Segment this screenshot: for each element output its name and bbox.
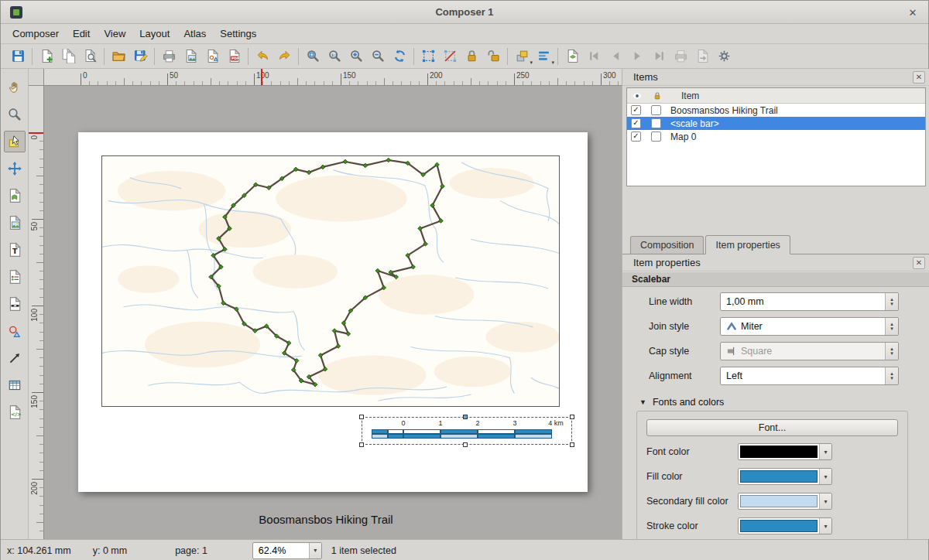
select-move-item-button[interactable] <box>4 131 26 152</box>
selection-handle[interactable] <box>570 442 574 447</box>
menu-settings[interactable]: Settings <box>213 26 263 42</box>
export-image-button[interactable] <box>180 46 201 67</box>
close-icon[interactable]: ✕ <box>913 71 925 84</box>
export-pdf-button[interactable]: PDF <box>223 46 245 67</box>
new-composition-button[interactable] <box>36 46 57 67</box>
save-template-button[interactable] <box>129 46 151 67</box>
font-color-button[interactable]: ▾ <box>738 443 832 460</box>
secondary-fill-color-button[interactable]: ▾ <box>738 493 832 510</box>
combo-arrows-icon[interactable]: ▴▾ <box>885 367 898 384</box>
add-map-button[interactable] <box>4 185 26 207</box>
export-svg-button[interactable] <box>201 46 223 67</box>
lock-items-button[interactable] <box>461 46 482 67</box>
menu-view[interactable]: View <box>97 26 132 42</box>
item-row[interactable]: ✓ Map 0 <box>627 130 925 143</box>
menu-edit[interactable]: Edit <box>66 26 97 42</box>
zoom-input[interactable] <box>253 545 309 556</box>
join-style-combo[interactable]: Miter ▴▾ <box>720 317 899 336</box>
load-template-button[interactable] <box>108 46 129 67</box>
selection-handle[interactable] <box>570 415 574 419</box>
ungroup-items-button[interactable] <box>439 46 461 67</box>
cap-style-combo[interactable]: Square ▴▾ <box>720 342 899 360</box>
composer-manager-button[interactable] <box>79 46 101 67</box>
undo-button[interactable] <box>252 46 273 67</box>
item-row[interactable]: ✓ Boosmansbos Hiking Trail <box>627 104 925 117</box>
atlas-first-button[interactable] <box>583 46 605 67</box>
atlas-settings-button[interactable] <box>713 46 735 67</box>
dropdown-arrow-icon[interactable]: ▾ <box>819 518 831 534</box>
alignment-combo[interactable]: Left ▴▾ <box>720 367 899 385</box>
atlas-last-button[interactable] <box>648 46 670 67</box>
page-title-label-item[interactable]: Boosmansbos Hiking Trail <box>210 513 442 526</box>
zoom-out-button[interactable] <box>367 46 389 67</box>
dropdown-arrow-icon[interactable]: ▾ <box>819 469 831 484</box>
item-row-selected[interactable]: ✓ <scale bar> <box>627 117 925 130</box>
zoom-in-button[interactable] <box>345 46 367 67</box>
fill-color-button[interactable]: ▾ <box>738 468 832 485</box>
window-close-icon[interactable]: ✕ <box>905 5 920 20</box>
dropdown-arrow-icon[interactable]: ▾ <box>819 493 831 509</box>
dropdown-arrow-icon[interactable]: ▾ <box>819 444 831 459</box>
add-shape-button[interactable] <box>4 320 26 342</box>
add-image-button[interactable] <box>4 212 26 234</box>
align-items-button[interactable]: ▾ <box>533 46 554 67</box>
fonts-colors-section-toggle[interactable]: ▼ Fonts and colors <box>639 397 929 408</box>
add-html-button[interactable]: </> <box>4 401 26 423</box>
group-items-button[interactable] <box>417 46 439 67</box>
zoom-combobox[interactable]: ▾ <box>252 542 322 559</box>
zoom-full-button[interactable] <box>302 46 324 67</box>
visibility-checkbox[interactable]: ✓ <box>631 131 641 142</box>
font-button[interactable]: Font... <box>646 419 898 436</box>
visibility-checkbox[interactable]: ✓ <box>631 105 641 115</box>
redo-button[interactable] <box>273 46 295 67</box>
selection-handle[interactable] <box>359 415 364 419</box>
line-width-spinbox[interactable]: 1,00 mm ▴▾ <box>720 292 899 311</box>
pan-tool-button[interactable] <box>4 77 26 98</box>
raise-items-button[interactable]: ▾ <box>511 46 533 67</box>
lock-checkbox[interactable] <box>651 118 661 128</box>
add-label-button[interactable]: T <box>4 239 26 261</box>
map-item[interactable] <box>101 155 560 407</box>
stroke-color-button[interactable]: ▾ <box>738 517 832 534</box>
title-bar[interactable]: Composer 1 ✕ <box>1 1 928 24</box>
selection-handle[interactable] <box>359 442 364 447</box>
zoom-actual-button[interactable]: 1:1 <box>324 46 345 67</box>
tab-item-properties[interactable]: Item properties <box>705 235 790 254</box>
selection-handle[interactable] <box>463 415 468 419</box>
tab-composition[interactable]: Composition <box>630 236 704 254</box>
duplicate-composition-button[interactable] <box>57 46 79 67</box>
menu-layout[interactable]: Layout <box>132 26 177 42</box>
atlas-preview-button[interactable] <box>561 46 583 67</box>
add-scalebar-button[interactable] <box>4 293 26 315</box>
atlas-previous-button[interactable] <box>605 46 626 67</box>
close-icon[interactable]: ✕ <box>913 257 925 269</box>
selection-handle[interactable] <box>463 442 468 447</box>
scalebar-item[interactable]: 0 1 2 3 4 km <box>362 417 572 445</box>
visibility-checkbox[interactable]: ✓ <box>631 118 641 128</box>
spinner-arrows-icon[interactable]: ▴▾ <box>885 293 898 310</box>
composer-canvas[interactable]: 0 1 2 3 4 km <box>44 86 622 539</box>
combo-arrows-icon[interactable]: ▴▾ <box>885 318 898 335</box>
menu-composer[interactable]: Composer <box>5 26 66 42</box>
item-properties-header: Item properties ✕ <box>622 254 929 271</box>
add-legend-button[interactable] <box>4 266 26 288</box>
ruler-label: 250 <box>516 71 530 80</box>
move-content-button[interactable] <box>4 158 26 179</box>
atlas-next-button[interactable] <box>626 46 648 67</box>
unlock-items-button[interactable] <box>482 46 504 67</box>
composer-page[interactable]: 0 1 2 3 4 km <box>78 132 588 492</box>
menu-atlas[interactable]: Atlas <box>177 26 213 42</box>
add-arrow-button[interactable] <box>4 347 26 369</box>
combo-arrows-icon[interactable]: ▴▾ <box>885 343 898 360</box>
lock-checkbox[interactable] <box>651 105 661 115</box>
refresh-button[interactable] <box>389 46 410 67</box>
add-attribute-table-button[interactable] <box>4 374 26 396</box>
print-atlas-button[interactable] <box>670 46 691 67</box>
save-project-button[interactable] <box>7 46 29 67</box>
dropdown-arrow-icon[interactable]: ▾ <box>309 543 321 558</box>
export-atlas-button[interactable] <box>691 46 713 67</box>
lock-checkbox[interactable] <box>651 131 661 142</box>
print-button[interactable] <box>158 46 180 67</box>
separator <box>557 48 558 65</box>
zoom-tool-button[interactable] <box>4 104 26 125</box>
